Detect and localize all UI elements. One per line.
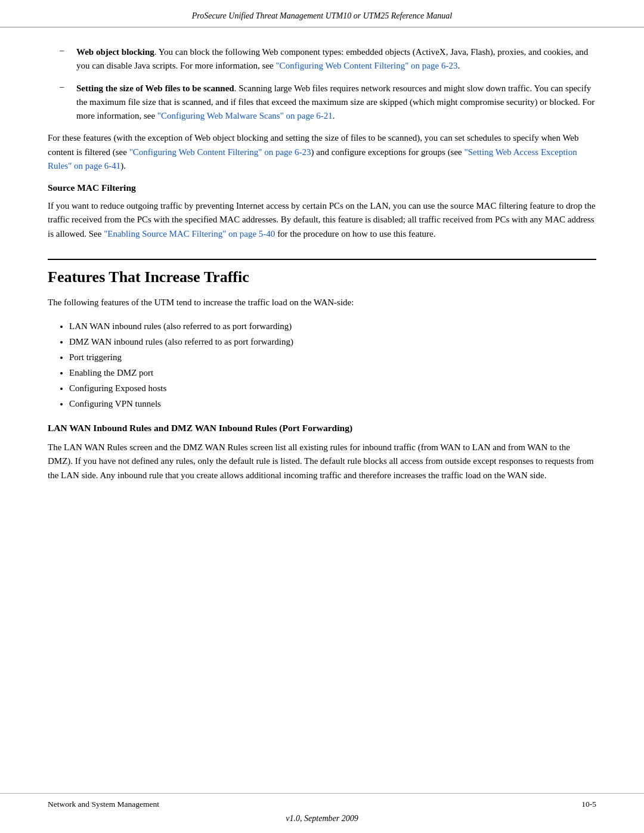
- bullet-text-2-after: .: [333, 111, 335, 120]
- features-main-heading: Features That Increase Traffic: [48, 259, 596, 286]
- bullet-text-1-after: .: [457, 61, 460, 70]
- bullet-web-object-blocking: – Web object blocking. You can block the…: [48, 45, 596, 73]
- features-heading-text: Features That Increase Traffic: [48, 268, 249, 286]
- bullet-content-2: Setting the size of Web files to be scan…: [76, 82, 596, 123]
- list-item-port-triggering-text: Port triggering: [69, 352, 122, 362]
- link-web-access-exception[interactable]: "Setting Web Access Exception Rules" on …: [48, 147, 577, 171]
- footer-version: v1.0, September 2009: [286, 814, 358, 823]
- footer-right-text: 10-5: [581, 800, 596, 809]
- link-web-content-filtering-1[interactable]: "Configuring Web Content Filtering" on p…: [276, 61, 458, 70]
- bold-label-1: Web object blocking: [76, 47, 154, 57]
- list-item-port-triggering: Port triggering: [69, 350, 596, 364]
- page-content: – Web object blocking. You can block the…: [0, 27, 644, 528]
- bullet-web-file-size: – Setting the size of Web files to be sc…: [48, 82, 596, 123]
- paragraph-schedules: For these features (with the exception o…: [48, 131, 596, 173]
- bold-label-2: Setting the size of Web files to be scan…: [76, 83, 234, 93]
- link-enabling-source-mac[interactable]: "Enabling Source MAC Filtering" on page …: [104, 229, 275, 239]
- features-bullet-list: LAN WAN inbound rules (also referred to …: [69, 319, 596, 411]
- bullet-content-1: Web object blocking. You can block the f…: [76, 45, 596, 73]
- list-item-dmz-wan-text: DMZ WAN inbound rules (also referred to …: [69, 337, 293, 346]
- lan-wan-heading: LAN WAN Inbound Rules and DMZ WAN Inboun…: [48, 423, 596, 433]
- lan-wan-paragraph: The LAN WAN Rules screen and the DMZ WAN…: [48, 441, 596, 482]
- page-footer: Network and System Management 10-5 v1.0,…: [0, 793, 644, 833]
- source-mac-heading: Source MAC Filtering: [48, 182, 596, 193]
- source-mac-paragraph: If you want to reduce outgoing traffic b…: [48, 199, 596, 241]
- list-item-lan-wan: LAN WAN inbound rules (also referred to …: [69, 319, 596, 333]
- source-mac-heading-text: Source MAC Filtering: [48, 182, 136, 193]
- list-item-exposed-hosts: Configuring Exposed hosts: [69, 381, 596, 395]
- list-item-dmz-port: Enabling the DMZ port: [69, 366, 596, 380]
- list-item-dmz-wan: DMZ WAN inbound rules (also referred to …: [69, 335, 596, 349]
- list-item-vpn-tunnels-text: Configuring VPN tunnels: [69, 399, 161, 408]
- lan-wan-heading-text: LAN WAN Inbound Rules and DMZ WAN Inboun…: [48, 423, 352, 433]
- list-item-exposed-hosts-text: Configuring Exposed hosts: [69, 383, 166, 393]
- footer-left-text: Network and System Management: [48, 800, 159, 809]
- link-web-content-filtering-2[interactable]: "Configuring Web Content Filtering" on p…: [129, 147, 311, 157]
- list-item-vpn-tunnels: Configuring VPN tunnels: [69, 397, 596, 411]
- link-web-malware-scans[interactable]: "Configuring Web Malware Scans" on page …: [157, 111, 333, 120]
- page: ProSecure Unified Threat Management UTM1…: [0, 0, 644, 833]
- features-intro: The following features of the UTM tend t…: [48, 296, 596, 309]
- list-item-dmz-port-text: Enabling the DMZ port: [69, 368, 153, 377]
- page-header: ProSecure Unified Threat Management UTM1…: [0, 0, 644, 27]
- bullet-dash-1: –: [60, 45, 76, 55]
- list-item-lan-wan-text: LAN WAN inbound rules (also referred to …: [69, 321, 292, 331]
- bullet-dash-2: –: [60, 82, 76, 92]
- footer-bottom-text: v1.0, September 2009: [0, 812, 644, 833]
- header-title: ProSecure Unified Threat Management UTM1…: [192, 11, 453, 20]
- footer-top-bar: Network and System Management 10-5: [0, 793, 644, 812]
